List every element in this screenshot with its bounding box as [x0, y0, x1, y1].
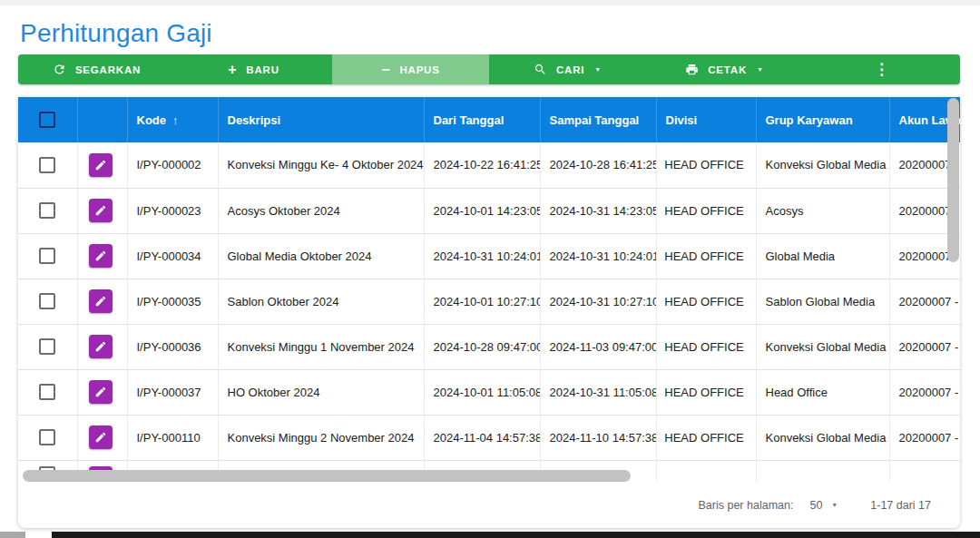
- row-edit-cell: [77, 279, 127, 324]
- delete-button[interactable]: − HAPUS: [332, 54, 489, 84]
- page-title: Perhitungan Gaji: [20, 19, 212, 48]
- cell-akun-lawan: 20200007 -: [889, 415, 960, 460]
- column-header-deskripsi[interactable]: Deskripsi: [218, 97, 424, 142]
- cell-dari-tanggal: 2024-10-01 11:05:08: [424, 369, 540, 415]
- pencil-icon: [94, 386, 107, 398]
- pencil-icon: [94, 204, 107, 217]
- edit-row-button[interactable]: [89, 426, 113, 449]
- edit-row-button[interactable]: [89, 153, 113, 177]
- column-header-divisi[interactable]: Divisi: [656, 97, 756, 142]
- column-header-dari-tanggal[interactable]: Dari Tanggal: [424, 97, 540, 142]
- edit-column-header: [77, 97, 127, 142]
- cell-grup-karyawan: Sablon Global Media: [756, 279, 889, 324]
- edit-row-button[interactable]: [89, 380, 113, 404]
- cell-akun-lawan: 20200007 -: [889, 324, 960, 369]
- edit-row-button[interactable]: [89, 289, 113, 313]
- new-button[interactable]: + BARU: [175, 54, 332, 84]
- more-options-button[interactable]: ⋮: [803, 54, 960, 84]
- cell-sampai-tanggal: 2024-10-31 11:05:08: [540, 369, 656, 415]
- cell-divisi: HEAD OFFICE: [656, 415, 756, 460]
- cell-deskripsi: Konveksi Minggu Ke- 4 Oktober 2024: [218, 142, 424, 188]
- cell-akun-lawan: 20200007 -: [889, 369, 960, 415]
- row-select-cell: [18, 279, 77, 324]
- cell-grup-karyawan: Konveksi Global Media: [756, 324, 889, 369]
- cell-divisi: HEAD OFFICE: [656, 279, 756, 324]
- cell-akun-lawan: [889, 460, 960, 482]
- row-select-cell: [18, 324, 77, 369]
- row-checkbox[interactable]: [39, 202, 55, 219]
- edit-row-button[interactable]: [89, 335, 113, 358]
- row-checkbox[interactable]: [39, 248, 55, 264]
- rows-per-page-value: 50: [809, 499, 822, 512]
- cell-deskripsi: Sablon Oktober 2024: [218, 279, 424, 324]
- refresh-icon: [53, 63, 66, 76]
- row-checkbox[interactable]: [39, 429, 55, 445]
- row-edit-cell: [77, 188, 127, 233]
- cell-divisi: HEAD OFFICE: [656, 142, 756, 188]
- cell-divisi: [656, 460, 756, 482]
- cell-dari-tanggal: 2024-10-01 14:23:05: [424, 188, 540, 233]
- edit-row-button[interactable]: [89, 244, 113, 268]
- cell-deskripsi: Acosys Oktober 2024: [218, 188, 424, 233]
- print-button[interactable]: CETAK ▼: [646, 54, 803, 84]
- rows-per-page-select[interactable]: 50 ▼: [809, 499, 838, 512]
- row-checkbox[interactable]: [39, 157, 55, 173]
- row-select-cell: [18, 415, 77, 460]
- cell-divisi: HEAD OFFICE: [656, 369, 756, 415]
- cell-dari-tanggal: 2024-11-04 14:57:38: [424, 415, 540, 460]
- chevron-down-icon: ▼: [757, 66, 764, 73]
- cell-grup-karyawan: Head Office: [756, 369, 889, 415]
- cell-kode: I/PY-000037: [127, 369, 218, 415]
- search-button[interactable]: CARI ▼: [489, 54, 646, 84]
- edit-row-button[interactable]: [89, 199, 113, 222]
- cell-deskripsi: HO Oktober 2024: [218, 369, 424, 415]
- cell-dari-tanggal: 2024-10-28 09:47:00: [424, 324, 540, 369]
- row-select-cell: [18, 142, 77, 188]
- cell-grup-karyawan: Global Media: [756, 233, 889, 279]
- cell-kode: I/PY-000035: [127, 279, 218, 324]
- row-edit-cell: [77, 233, 127, 279]
- select-all-checkbox[interactable]: [39, 112, 55, 128]
- plus-icon: +: [228, 63, 237, 77]
- refresh-button[interactable]: SEGARKAN: [18, 54, 175, 84]
- column-header-sampai-tanggal[interactable]: Sampai Tanggal: [540, 97, 656, 142]
- pencil-icon: [94, 340, 107, 353]
- table-row: I/PY-000036 Konveksi Minggu 1 November 2…: [18, 324, 960, 369]
- pencil-icon: [94, 249, 107, 262]
- rows-per-page-label: Baris per halaman:: [699, 499, 794, 512]
- printer-icon: [685, 63, 699, 76]
- cell-sampai-tanggal: 2024-11-03 09:47:00: [540, 324, 656, 369]
- pencil-icon: [94, 295, 107, 308]
- refresh-button-label: SEGARKAN: [75, 64, 141, 75]
- row-checkbox[interactable]: [39, 338, 55, 355]
- row-checkbox[interactable]: [39, 293, 55, 309]
- row-edit-cell: [77, 415, 127, 460]
- vertical-scrollbar[interactable]: [947, 98, 959, 262]
- cell-sampai-tanggal: 2024-10-31 14:23:05: [540, 188, 656, 233]
- search-icon: [534, 63, 547, 76]
- chevron-down-icon: ▼: [594, 66, 602, 73]
- horizontal-scrollbar[interactable]: [23, 470, 631, 482]
- table-row: I/PY-000034 Global Media Oktober 2024 20…: [18, 233, 960, 279]
- pencil-icon: [94, 159, 107, 171]
- cell-deskripsi: Konveksi Minggu 2 November 2024: [218, 415, 424, 460]
- cell-divisi: HEAD OFFICE: [656, 188, 756, 233]
- row-select-cell: [18, 369, 77, 415]
- cell-dari-tanggal: 2024-10-31 10:24:01: [424, 233, 540, 279]
- column-header-grup-karyawan[interactable]: Grup Karyawan: [756, 97, 889, 142]
- table-viewport: Kode↑ Deskripsi Dari Tanggal Sampai Tang…: [18, 97, 960, 482]
- select-all-header-cell: [18, 97, 77, 142]
- cell-grup-karyawan: Konveksi Global Media: [756, 142, 889, 188]
- top-window-edge: [0, 0, 980, 5]
- print-button-label: CETAK: [708, 64, 747, 75]
- cell-divisi: HEAD OFFICE: [656, 233, 756, 279]
- cell-kode: I/PY-000002: [127, 142, 218, 188]
- bottom-window-edge: [52, 532, 980, 538]
- cell-grup-karyawan: Konveksi Global Media: [756, 415, 889, 460]
- search-button-label: CARI: [556, 64, 584, 75]
- column-header-kode[interactable]: Kode↑: [127, 97, 218, 142]
- row-select-cell: [18, 188, 77, 233]
- sort-ascending-icon: ↑: [172, 113, 179, 127]
- row-checkbox[interactable]: [39, 384, 55, 400]
- row-edit-cell: [77, 324, 127, 369]
